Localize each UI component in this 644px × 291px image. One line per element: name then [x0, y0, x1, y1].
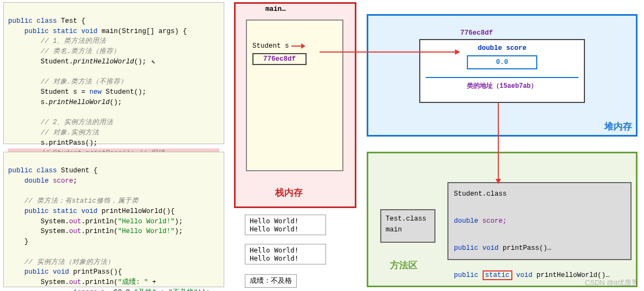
method-area-title: 方法区	[390, 259, 418, 271]
student-object: double score 0.0 类的地址（15aeb7ab）	[419, 39, 585, 103]
score-value: 0.0	[467, 55, 537, 69]
code-student-class: public class Student { double score; // …	[3, 152, 224, 287]
watermark: CSDN @it优质男	[585, 278, 639, 288]
code-test-class: public class Test { public static void m…	[3, 2, 224, 144]
test-class-box: Test.class main	[380, 209, 435, 243]
svg-marker-1	[301, 43, 305, 49]
console-output-2: Hello World!Hello World!	[245, 244, 326, 264]
class-ref-label: 类的地址（15aeb7ab）	[426, 77, 578, 90]
console-output-1: Hello World!Hello World!	[245, 215, 326, 235]
local-var: Student s	[252, 42, 337, 50]
main-stack-frame: Student s 776ec8df	[246, 20, 343, 171]
console-output-3: 成绩：不及格	[245, 274, 297, 288]
heap-title: 堆内存	[604, 120, 632, 133]
main-frame-label: main…	[265, 5, 286, 13]
student-class-box: Student.class double score; public void …	[447, 182, 632, 260]
pointer-value: 776ec8df	[252, 53, 307, 65]
object-address: 776ec8df	[460, 29, 493, 37]
static-highlight: static	[483, 270, 512, 280]
mouse-cursor: ⬉	[146, 57, 155, 68]
stack-title: 栈内存	[275, 186, 303, 199]
